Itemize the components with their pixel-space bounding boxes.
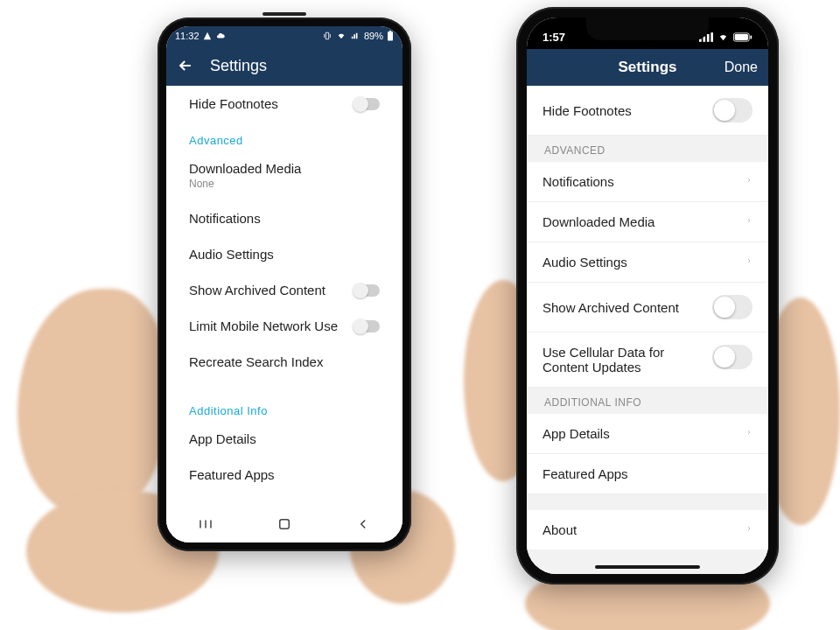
android-status-bar: 11:32 <box>166 26 402 46</box>
chevron-right-icon <box>746 426 752 441</box>
android-screen: 11:32 <box>166 26 402 542</box>
status-time: 11:32 <box>175 31 200 41</box>
hide-footnotes-toggle[interactable] <box>354 98 380 110</box>
battery-text: 89% <box>364 31 383 41</box>
row-label: Downloaded Media <box>542 214 654 229</box>
additional-info-section-header: ADDITIONAL INFO <box>527 388 768 414</box>
row-label: Use Cellular Data for Content Updates <box>542 345 691 374</box>
android-navbar: Settings <box>166 46 402 86</box>
row-label: About <box>542 522 577 537</box>
additional-info-section-header: Additional Info <box>166 392 402 421</box>
svg-rect-12 <box>750 35 752 38</box>
row-label: Notifications <box>189 211 261 226</box>
recreate-search-row[interactable]: Recreate Search Index <box>166 344 402 380</box>
advanced-section-header: ADVANCED <box>527 136 768 162</box>
hide-footnotes-toggle[interactable] <box>712 98 752 122</box>
notch <box>586 18 709 40</box>
svg-rect-9 <box>710 32 713 42</box>
limit-mobile-row[interactable]: Limit Mobile Network Use <box>166 308 402 344</box>
notifications-row[interactable]: Notifications <box>527 162 768 202</box>
row-subtitle: None <box>189 178 301 190</box>
row-label: Show Archived Content <box>189 283 326 298</box>
ios-settings-list: Hide Footnotes ADVANCED Notifications Do… <box>527 86 768 574</box>
back-softkey[interactable] <box>355 516 371 536</box>
home-button[interactable] <box>276 516 292 536</box>
vibrate-icon <box>322 32 332 40</box>
about-row[interactable]: About <box>527 510 768 550</box>
battery-icon <box>387 31 394 41</box>
done-button[interactable]: Done <box>724 60 758 75</box>
chevron-right-icon <box>746 522 752 537</box>
android-phone-frame: 11:32 <box>158 18 411 551</box>
app-details-row[interactable]: App Details <box>527 414 768 454</box>
back-button[interactable] <box>177 57 194 74</box>
recents-button[interactable] <box>198 516 214 536</box>
hide-footnotes-row[interactable]: Hide Footnotes <box>527 86 768 136</box>
notification-icon <box>203 32 212 40</box>
wifi-icon <box>336 32 346 40</box>
android-settings-list: Hide Footnotes Advanced Downloaded Media… <box>166 86 402 509</box>
use-cellular-toggle[interactable] <box>712 345 752 369</box>
row-label: Limit Mobile Network Use <box>189 318 338 333</box>
svg-rect-0 <box>388 32 393 40</box>
row-label: App Details <box>189 431 256 446</box>
chevron-right-icon <box>746 174 752 189</box>
cloud-icon <box>215 32 226 40</box>
row-label: App Details <box>542 426 610 441</box>
audio-settings-row[interactable]: Audio Settings <box>527 242 768 283</box>
svg-rect-1 <box>389 31 391 32</box>
page-title: Settings <box>210 57 267 75</box>
ios-phone-frame: 1:57 Settings Done <box>516 7 779 584</box>
audio-settings-row[interactable]: Audio Settings <box>166 236 402 272</box>
status-time: 1:57 <box>542 31 565 44</box>
row-label: Audio Settings <box>542 255 627 270</box>
row-label: Downloaded Media <box>189 161 301 176</box>
show-archived-toggle[interactable] <box>354 284 380 297</box>
svg-rect-5 <box>280 520 290 529</box>
android-softkey-bar <box>166 509 402 542</box>
notifications-row[interactable]: Notifications <box>166 200 402 236</box>
downloaded-media-row[interactable]: Downloaded Media <box>527 202 768 242</box>
featured-apps-row[interactable]: Featured Apps <box>527 454 768 494</box>
svg-rect-8 <box>707 33 710 41</box>
battery-icon <box>733 32 752 42</box>
use-cellular-row[interactable]: Use Cellular Data for Content Updates <box>527 332 768 388</box>
show-archived-toggle[interactable] <box>712 295 752 319</box>
row-label: Audio Settings <box>189 247 274 262</box>
row-label: Featured Apps <box>542 466 628 481</box>
show-archived-row[interactable]: Show Archived Content <box>166 272 402 308</box>
chevron-right-icon <box>746 255 752 270</box>
limit-mobile-toggle[interactable] <box>354 320 380 332</box>
page-title: Settings <box>618 59 676 76</box>
row-label: Featured Apps <box>189 467 275 482</box>
row-label: Hide Footnotes <box>189 96 278 111</box>
featured-apps-row[interactable]: Featured Apps <box>166 457 402 493</box>
show-archived-row[interactable]: Show Archived Content <box>527 283 768 332</box>
ios-navbar: Settings Done <box>527 49 768 86</box>
downloaded-media-row[interactable]: Downloaded Media None <box>166 150 402 200</box>
advanced-section-header: Advanced <box>166 122 402 150</box>
hide-footnotes-row[interactable]: Hide Footnotes <box>166 86 402 122</box>
row-label: Hide Footnotes <box>542 103 632 118</box>
app-details-row[interactable]: App Details <box>166 421 402 457</box>
row-label: Recreate Search Index <box>189 354 323 369</box>
row-label: Show Archived Content <box>542 300 679 315</box>
row-label: Notifications <box>542 174 614 189</box>
ios-screen: 1:57 Settings Done <box>527 18 768 574</box>
home-indicator[interactable] <box>595 565 700 569</box>
chevron-right-icon <box>746 214 752 229</box>
signal-icon <box>350 32 360 40</box>
svg-rect-11 <box>735 34 748 40</box>
wifi-icon <box>717 32 730 42</box>
